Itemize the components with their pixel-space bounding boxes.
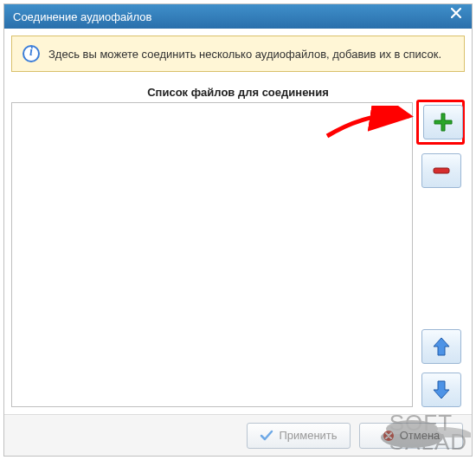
cancel-label: Отмена [400,429,441,442]
add-file-button[interactable] [423,105,463,139]
apply-button[interactable]: Применить [247,423,351,449]
info-bar: Здесь вы можете соединить несколько ауди… [11,36,465,72]
cancel-button[interactable]: Отмена [359,423,463,449]
check-icon [260,429,273,443]
bottom-bar: Применить Отмена [4,414,472,456]
apply-label: Применить [279,429,337,442]
work-area [11,102,465,407]
arrow-up-icon [432,336,451,357]
info-icon [23,45,40,62]
move-up-button[interactable] [421,329,461,364]
minus-icon [431,160,452,181]
annotation-highlight [416,100,465,145]
side-toolbar [420,102,465,407]
info-text: Здесь вы можете соединить несколько ауди… [48,48,441,61]
file-list[interactable] [11,102,413,407]
plus-icon [433,112,453,133]
cancel-icon [383,430,395,442]
arrow-down-icon [432,379,451,400]
svg-rect-0 [434,168,449,173]
close-icon [451,8,461,18]
dialog-content: Здесь вы можете соединить несколько ауди… [4,29,472,414]
dialog-window: Соединение аудиофайлов Здесь вы можете с… [3,3,473,457]
remove-file-button[interactable] [421,153,461,188]
move-down-button[interactable] [421,373,461,407]
title-bar: Соединение аудиофайлов [4,4,472,29]
list-header: Список файлов для соединения [11,81,465,102]
close-button[interactable] [451,8,466,23]
window-title: Соединение аудиофайлов [13,10,151,23]
